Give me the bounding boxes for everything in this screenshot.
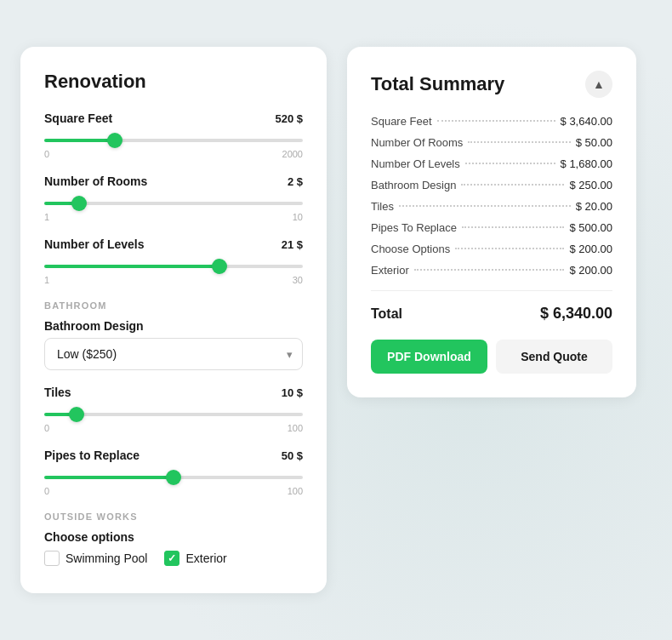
summary-row-dots bbox=[468, 141, 570, 143]
levels-max: 30 bbox=[293, 275, 303, 285]
bathroom-design-label: Bathroom Design bbox=[44, 319, 144, 333]
summary-row-label: Bathroom Design bbox=[371, 179, 456, 191]
tiles-label: Tiles bbox=[44, 386, 71, 399]
summary-row-label: Square Feet bbox=[371, 115, 432, 128]
outside-works-label: OUTSIDE WORKS bbox=[44, 511, 303, 522]
summary-row: Exterior $ 200.00 bbox=[371, 264, 612, 277]
summary-row: Choose Options $ 200.00 bbox=[371, 243, 612, 255]
pipes-label: Pipes to Replace bbox=[44, 449, 140, 462]
square-feet-group: Square Feet 520 $ 0 2000 bbox=[44, 111, 303, 159]
summary-row-value: $ 500.00 bbox=[569, 221, 612, 234]
summary-row-dots bbox=[437, 120, 555, 122]
summary-toggle-button[interactable]: ▲ bbox=[585, 71, 612, 98]
pipes-slider[interactable] bbox=[44, 476, 303, 479]
summary-row: Bathroom Design $ 250.00 bbox=[371, 179, 612, 191]
pipes-max: 100 bbox=[288, 486, 303, 496]
summary-total-row: Total $ 6,340.00 bbox=[371, 305, 612, 323]
summary-row: Tiles $ 20.00 bbox=[371, 200, 612, 213]
summary-header: Total Summary ▲ bbox=[371, 71, 612, 98]
rooms-value: 2 $ bbox=[288, 175, 303, 188]
send-quote-button[interactable]: Send Quote bbox=[496, 340, 612, 374]
rooms-group: Number of Rooms 2 $ 1 10 bbox=[44, 174, 303, 222]
rooms-min: 1 bbox=[44, 212, 49, 222]
exterior-checkbox[interactable] bbox=[164, 551, 179, 566]
summary-row-label: Number Of Levels bbox=[371, 157, 460, 170]
square-feet-slider[interactable] bbox=[44, 139, 303, 142]
summary-title: Total Summary bbox=[371, 73, 504, 95]
summary-row-value: $ 3,640.00 bbox=[561, 115, 612, 128]
summary-row-label: Tiles bbox=[371, 200, 394, 213]
levels-slider[interactable] bbox=[44, 265, 303, 268]
summary-row-value: $ 50.00 bbox=[576, 136, 612, 149]
summary-toggle-icon: ▲ bbox=[593, 77, 605, 91]
summary-row-dots bbox=[455, 248, 564, 249]
summary-row-dots bbox=[414, 269, 565, 271]
rooms-label: Number of Rooms bbox=[44, 174, 147, 188]
swimming-pool-checkbox-item[interactable]: Swimming Pool bbox=[44, 551, 147, 566]
exterior-checkbox-item[interactable]: Exterior bbox=[164, 551, 226, 566]
summary-row-dots bbox=[461, 184, 564, 186]
summary-row-label: Number Of Rooms bbox=[371, 136, 463, 149]
summary-row-value: $ 20.00 bbox=[576, 200, 612, 213]
tiles-slider[interactable] bbox=[44, 413, 303, 416]
summary-row-dots bbox=[462, 226, 564, 228]
total-label: Total bbox=[371, 306, 402, 322]
pdf-download-button[interactable]: PDF Download bbox=[371, 340, 487, 374]
summary-row-label: Exterior bbox=[371, 264, 409, 277]
levels-label: Number of Levels bbox=[44, 237, 144, 251]
bathroom-design-group: Bathroom Design Low ($250) Medium ($500)… bbox=[44, 319, 303, 370]
bathroom-design-select[interactable]: Low ($250) Medium ($500) High ($1000) bbox=[44, 338, 303, 370]
pipes-value: 50 $ bbox=[282, 449, 303, 462]
summary-divider bbox=[371, 290, 612, 291]
square-feet-max: 2000 bbox=[282, 149, 303, 159]
tiles-value: 10 $ bbox=[282, 386, 303, 399]
summary-row-dots bbox=[399, 205, 571, 207]
swimming-pool-checkbox[interactable] bbox=[44, 551, 60, 566]
bathroom-section-label: BATHROOM bbox=[44, 300, 303, 311]
square-feet-label: Square Feet bbox=[44, 111, 112, 125]
summary-row: Pipes To Replace $ 500.00 bbox=[371, 221, 612, 234]
summary-row-dots bbox=[465, 163, 555, 164]
tiles-min: 0 bbox=[44, 423, 49, 433]
summary-rows: Square Feet $ 3,640.00 Number Of Rooms $… bbox=[371, 115, 612, 277]
action-buttons: PDF Download Send Quote bbox=[371, 340, 612, 374]
summary-row-value: $ 200.00 bbox=[569, 264, 612, 277]
summary-row: Number Of Levels $ 1,680.00 bbox=[371, 157, 612, 170]
summary-row-label: Pipes To Replace bbox=[371, 221, 457, 234]
exterior-label: Exterior bbox=[185, 551, 226, 565]
summary-row-value: $ 250.00 bbox=[569, 179, 612, 191]
choose-options-label: Choose options bbox=[44, 530, 303, 544]
summary-row: Number Of Rooms $ 50.00 bbox=[371, 136, 612, 149]
levels-min: 1 bbox=[44, 275, 49, 285]
summary-panel: Total Summary ▲ Square Feet $ 3,640.00 N… bbox=[347, 47, 636, 397]
rooms-slider[interactable] bbox=[44, 202, 303, 205]
rooms-max: 10 bbox=[293, 212, 303, 222]
tiles-group: Tiles 10 $ 0 100 bbox=[44, 386, 303, 433]
swimming-pool-label: Swimming Pool bbox=[65, 551, 147, 565]
levels-group: Number of Levels 21 $ 1 30 bbox=[44, 237, 303, 285]
summary-row: Square Feet $ 3,640.00 bbox=[371, 115, 612, 128]
bathroom-design-select-wrapper: Low ($250) Medium ($500) High ($1000) ▾ bbox=[44, 338, 303, 370]
outside-works-checkboxes: Swimming Pool Exterior bbox=[44, 551, 303, 566]
summary-row-value: $ 200.00 bbox=[569, 243, 612, 255]
renovation-title: Renovation bbox=[44, 71, 303, 93]
renovation-panel: Renovation Square Feet 520 $ 0 2000 Numb… bbox=[20, 47, 327, 593]
summary-row-label: Choose Options bbox=[371, 243, 450, 255]
pipes-min: 0 bbox=[44, 486, 49, 496]
levels-value: 21 $ bbox=[282, 238, 303, 251]
square-feet-min: 0 bbox=[44, 149, 49, 159]
pipes-group: Pipes to Replace 50 $ 0 100 bbox=[44, 449, 303, 496]
total-value: $ 6,340.00 bbox=[540, 305, 612, 323]
summary-row-value: $ 1,680.00 bbox=[561, 157, 612, 170]
tiles-max: 100 bbox=[288, 423, 303, 433]
square-feet-value: 520 $ bbox=[275, 112, 303, 125]
